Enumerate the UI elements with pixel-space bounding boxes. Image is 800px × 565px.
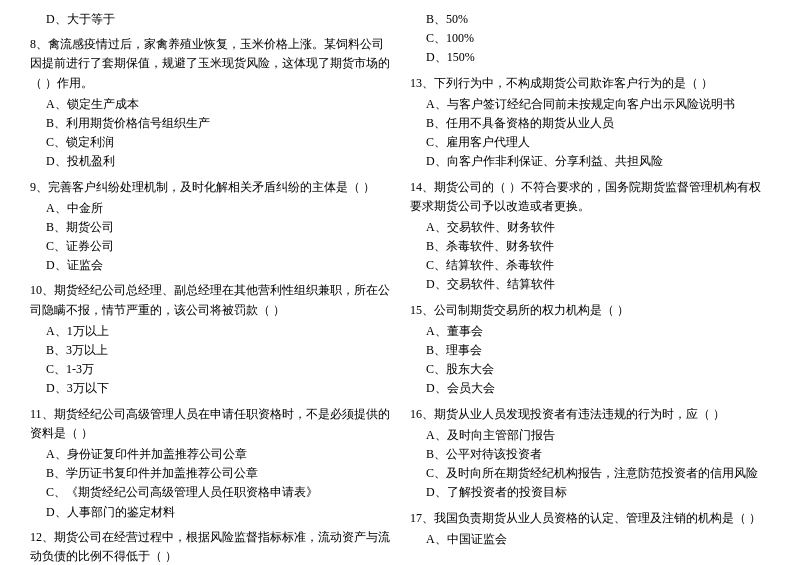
- option-c: C、锁定利润: [30, 133, 390, 152]
- question-12-continued: B、50% C、100% D、150%: [410, 10, 770, 68]
- option-a: A、锁定生产成本: [30, 95, 390, 114]
- question-8: 8、禽流感疫情过后，家禽养殖业恢复，玉米价格上涨。某饲料公司因提前进行了套期保值…: [30, 35, 390, 171]
- option-a: A、董事会: [410, 322, 770, 341]
- question-9: 9、完善客户纠纷处理机制，及时化解相关矛盾纠纷的主体是（ ） A、中金所 B、期…: [30, 178, 390, 276]
- question-14: 14、期货公司的（ ）不符合要求的，国务院期货监督管理机构有权要求期货公司予以改…: [410, 178, 770, 295]
- option-c: C、证券公司: [30, 237, 390, 256]
- option-a: A、身份证复印件并加盖推荐公司公章: [30, 445, 390, 464]
- option-c: C、《期货经纪公司高级管理人员任职资格申请表》: [30, 483, 390, 502]
- option-b: B、杀毒软件、财务软件: [410, 237, 770, 256]
- question-text: 10、期货经纪公司总经理、副总经理在其他营利性组织兼职，所在公司隐瞒不报，情节严…: [30, 281, 390, 319]
- option-b: B、利用期货价格信号组织生产: [30, 114, 390, 133]
- option-b: B、公平对待该投资者: [410, 445, 770, 464]
- option-text: D、大于等于: [30, 10, 390, 29]
- option-c: C、雇用客户代理人: [410, 133, 770, 152]
- question-text: 16、期货从业人员发现投资者有违法违规的行为时，应（ ）: [410, 405, 770, 424]
- question-text: 9、完善客户纠纷处理机制，及时化解相关矛盾纠纷的主体是（ ）: [30, 178, 390, 197]
- option-d: D、交易软件、结算软件: [410, 275, 770, 294]
- option-a: A、交易软件、财务软件: [410, 218, 770, 237]
- option-c: C、股东大会: [410, 360, 770, 379]
- question-text: 14、期货公司的（ ）不符合要求的，国务院期货监督管理机构有权要求期货公司予以改…: [410, 178, 770, 216]
- option-b: B、3万以上: [30, 341, 390, 360]
- option-d: D、了解投资者的投资目标: [410, 483, 770, 502]
- question-text: 13、下列行为中，不构成期货公司欺诈客户行为的是（ ）: [410, 74, 770, 93]
- option-d: D、人事部门的鉴定材料: [30, 503, 390, 522]
- option-d: D、投机盈利: [30, 152, 390, 171]
- option-d-prev: D、大于等于: [30, 10, 390, 29]
- question-15: 15、公司制期货交易所的权力机构是（ ） A、董事会 B、理事会 C、股东大会 …: [410, 301, 770, 399]
- question-text: 8、禽流感疫情过后，家禽养殖业恢复，玉米价格上涨。某饲料公司因提前进行了套期保值…: [30, 35, 390, 93]
- option-d: D、证监会: [30, 256, 390, 275]
- question-text: 15、公司制期货交易所的权力机构是（ ）: [410, 301, 770, 320]
- option-a: A、及时向主管部门报告: [410, 426, 770, 445]
- option-b: B、50%: [410, 10, 770, 29]
- left-column: D、大于等于 8、禽流感疫情过后，家禽养殖业恢复，玉米价格上涨。某饲料公司因提前…: [30, 10, 390, 565]
- option-d: D、向客户作非利保证、分享利益、共担风险: [410, 152, 770, 171]
- question-text: 17、我国负责期货从业人员资格的认定、管理及注销的机构是（ ）: [410, 509, 770, 528]
- option-a: A、中国证监会: [410, 530, 770, 549]
- option-c: C、及时向所在期货经纪机构报告，注意防范投资者的信用风险: [410, 464, 770, 483]
- question-17: 17、我国负责期货从业人员资格的认定、管理及注销的机构是（ ） A、中国证监会: [410, 509, 770, 549]
- option-a: A、中金所: [30, 199, 390, 218]
- option-c: C、结算软件、杀毒软件: [410, 256, 770, 275]
- option-b: B、期货公司: [30, 218, 390, 237]
- option-b: B、理事会: [410, 341, 770, 360]
- option-d: D、150%: [410, 48, 770, 67]
- question-12: 12、期货公司在经营过程中，根据风险监督指标标准，流动资产与流动负债的比例不得低…: [30, 528, 390, 565]
- option-a: A、1万以上: [30, 322, 390, 341]
- question-text: 12、期货公司在经营过程中，根据风险监督指标标准，流动资产与流动负债的比例不得低…: [30, 528, 390, 565]
- question-13: 13、下列行为中，不构成期货公司欺诈客户行为的是（ ） A、与客户签订经纪合同前…: [410, 74, 770, 172]
- option-d: D、3万以下: [30, 379, 390, 398]
- option-a: A、与客户签订经纪合同前未按规定向客户出示风险说明书: [410, 95, 770, 114]
- question-11: 11、期货经纪公司高级管理人员在申请任职资格时，不是必须提供的资料是（ ） A、…: [30, 405, 390, 522]
- question-16: 16、期货从业人员发现投资者有违法违规的行为时，应（ ） A、及时向主管部门报告…: [410, 405, 770, 503]
- right-column: B、50% C、100% D、150% 13、下列行为中，不构成期货公司欺诈客户…: [410, 10, 770, 565]
- option-c: C、1-3万: [30, 360, 390, 379]
- option-c: C、100%: [410, 29, 770, 48]
- option-b: B、任用不具备资格的期货从业人员: [410, 114, 770, 133]
- option-b: B、学历证书复印件并加盖推荐公司公章: [30, 464, 390, 483]
- question-10: 10、期货经纪公司总经理、副总经理在其他营利性组织兼职，所在公司隐瞒不报，情节严…: [30, 281, 390, 398]
- question-text: 11、期货经纪公司高级管理人员在申请任职资格时，不是必须提供的资料是（ ）: [30, 405, 390, 443]
- option-d: D、会员大会: [410, 379, 770, 398]
